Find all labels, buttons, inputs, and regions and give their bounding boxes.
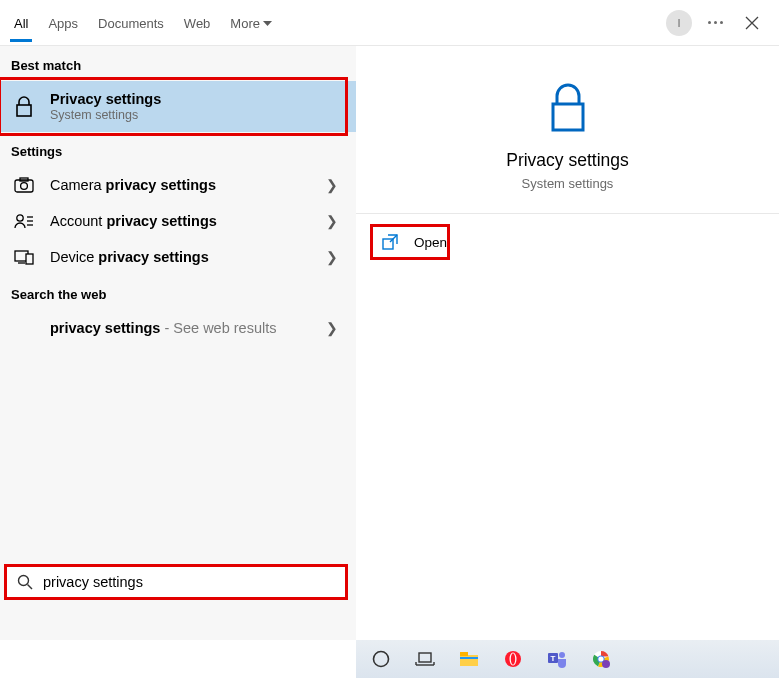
taskbar-teams-icon[interactable]: T: [546, 648, 568, 670]
svg-rect-13: [553, 104, 583, 130]
chevron-right-icon: ❯: [326, 213, 344, 229]
account-icon: [12, 213, 36, 229]
settings-item-device-privacy[interactable]: Device privacy settings ❯: [0, 239, 356, 275]
chevron-right-icon: ❯: [326, 177, 344, 193]
section-search-web: Search the web: [0, 275, 356, 310]
svg-rect-1: [15, 180, 33, 192]
taskbar-opera-icon[interactable]: [502, 648, 524, 670]
search-tabs: All Apps Documents Web More: [14, 4, 272, 41]
web-result-privacy-settings[interactable]: privacy settings - See web results ❯: [0, 310, 356, 346]
top-bar: All Apps Documents Web More I: [0, 0, 779, 46]
taskbar-explorer-icon[interactable]: [458, 648, 480, 670]
chevron-down-icon: [263, 21, 272, 27]
settings-item-label: Camera privacy settings: [50, 177, 326, 193]
svg-point-2: [21, 183, 28, 190]
svg-point-32: [598, 656, 603, 661]
svg-point-26: [511, 653, 515, 665]
best-match-privacy-settings[interactable]: Privacy settings System settings: [0, 81, 356, 132]
svg-rect-22: [460, 652, 468, 656]
svg-rect-17: [419, 653, 431, 662]
tab-all[interactable]: All: [14, 4, 28, 41]
preview-sub: System settings: [356, 176, 779, 191]
best-match-sub: System settings: [50, 108, 344, 122]
svg-point-33: [602, 660, 610, 668]
tab-web[interactable]: Web: [184, 4, 211, 41]
lock-icon: [12, 96, 36, 118]
user-avatar[interactable]: I: [666, 10, 692, 36]
search-input[interactable]: [43, 574, 335, 590]
preview-title: Privacy settings: [356, 150, 779, 171]
main-area: Best match Privacy settings System setti…: [0, 46, 779, 640]
open-label: Open: [414, 235, 447, 250]
svg-text:T: T: [551, 654, 556, 663]
taskbar-taskview-icon[interactable]: [414, 648, 436, 670]
chevron-right-icon: ❯: [326, 320, 344, 336]
taskbar-cortana-icon[interactable]: [370, 648, 392, 670]
web-result-label: privacy settings - See web results: [50, 320, 326, 336]
camera-icon: [12, 177, 36, 193]
svg-rect-9: [26, 254, 33, 264]
svg-point-16: [374, 652, 389, 667]
taskbar-chrome-icon[interactable]: [590, 648, 612, 670]
best-match-labels: Privacy settings System settings: [50, 91, 344, 122]
tab-apps[interactable]: Apps: [48, 4, 78, 41]
open-action[interactable]: Open: [362, 220, 467, 264]
settings-item-account-privacy[interactable]: Account privacy settings ❯: [0, 203, 356, 239]
section-settings: Settings: [0, 132, 356, 167]
best-match-title: Privacy settings: [50, 91, 161, 107]
svg-rect-21: [460, 655, 478, 666]
tab-more[interactable]: More: [230, 4, 272, 41]
more-options-icon[interactable]: [708, 21, 723, 24]
svg-point-11: [19, 576, 29, 586]
device-icon: [12, 249, 36, 265]
settings-item-label: Device privacy settings: [50, 249, 326, 265]
svg-point-29: [559, 652, 565, 658]
close-button[interactable]: [739, 12, 765, 34]
search-bar[interactable]: [4, 564, 348, 600]
results-panel: Best match Privacy settings System setti…: [0, 46, 356, 640]
top-right-controls: I: [666, 10, 765, 36]
settings-item-label: Account privacy settings: [50, 213, 326, 229]
settings-item-camera-privacy[interactable]: Camera privacy settings ❯: [0, 167, 356, 203]
svg-rect-23: [460, 657, 478, 659]
search-icon: [17, 574, 33, 590]
tab-more-label: More: [230, 16, 260, 31]
svg-point-4: [17, 215, 23, 221]
chevron-right-icon: ❯: [326, 249, 344, 265]
taskbar: T: [356, 640, 779, 678]
lock-icon: [356, 80, 779, 136]
open-icon: [382, 234, 402, 250]
tab-documents[interactable]: Documents: [98, 4, 164, 41]
preview-panel: Privacy settings System settings Open: [356, 46, 779, 640]
preview-header: Privacy settings System settings: [356, 46, 779, 214]
section-best-match: Best match: [0, 46, 356, 81]
svg-rect-0: [17, 105, 31, 116]
svg-line-12: [28, 585, 33, 590]
